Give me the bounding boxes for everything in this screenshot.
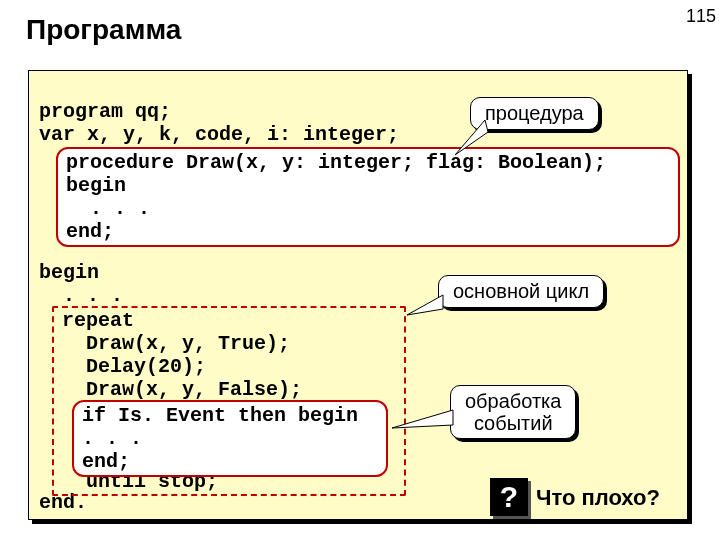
question-mark-icon: ? bbox=[490, 478, 528, 516]
label-events: обработка событий bbox=[450, 385, 576, 439]
page-title: Программа bbox=[26, 14, 181, 46]
procedure-box: procedure Draw(x, y: integer; flag: Bool… bbox=[56, 147, 680, 247]
code-line: var x, y, k, code, i: integer; bbox=[39, 123, 399, 146]
question-text: Что плохо? bbox=[536, 485, 660, 511]
svg-marker-2 bbox=[392, 410, 453, 428]
callout-tail-icon bbox=[450, 120, 490, 160]
event-box: if Is. Event then begin . . . end; bbox=[72, 400, 388, 477]
svg-marker-1 bbox=[407, 295, 443, 315]
code-line: begin bbox=[39, 261, 99, 284]
code-line: program qq; bbox=[39, 100, 171, 123]
code-line: . . . bbox=[39, 284, 123, 307]
callout-tail-icon bbox=[405, 295, 445, 325]
page-number: 115 bbox=[686, 6, 716, 27]
callout-tail-icon bbox=[390, 410, 455, 440]
label-main-loop: основной цикл bbox=[438, 275, 604, 308]
svg-marker-0 bbox=[455, 120, 488, 155]
